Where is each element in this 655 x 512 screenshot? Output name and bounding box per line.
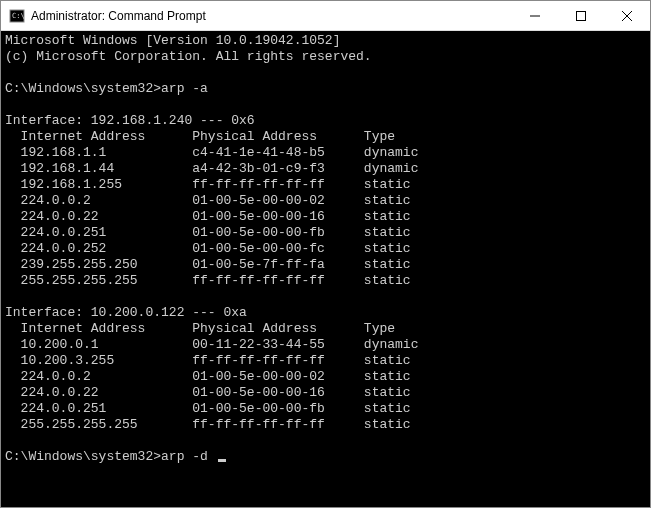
svg-text:C:\: C:\ (12, 12, 25, 20)
cmd-icon: C:\ (9, 8, 25, 24)
terminal-line: 192.168.1.44 a4-42-3b-01-c9-f3 dynamic (5, 161, 646, 177)
terminal-line (5, 289, 646, 305)
window-controls (512, 1, 650, 30)
terminal-line: 10.200.0.1 00-11-22-33-44-55 dynamic (5, 337, 646, 353)
terminal-line: 255.255.255.255 ff-ff-ff-ff-ff-ff static (5, 273, 646, 289)
terminal-line: (c) Microsoft Corporation. All rights re… (5, 49, 646, 65)
terminal-line: 224.0.0.251 01-00-5e-00-00-fb static (5, 225, 646, 241)
terminal-line: Internet Address Physical Address Type (5, 129, 646, 145)
maximize-button[interactable] (558, 1, 604, 30)
terminal-line: Microsoft Windows [Version 10.0.19042.10… (5, 33, 646, 49)
prompt-text: C:\Windows\system32>arp -d (5, 449, 216, 464)
cursor (218, 459, 226, 462)
svg-rect-3 (577, 11, 586, 20)
terminal-line: Interface: 192.168.1.240 --- 0x6 (5, 113, 646, 129)
window-title: Administrator: Command Prompt (31, 9, 512, 23)
terminal-line: 239.255.255.250 01-00-5e-7f-ff-fa static (5, 257, 646, 273)
terminal-line: 224.0.0.252 01-00-5e-00-00-fc static (5, 241, 646, 257)
terminal-line: 10.200.3.255 ff-ff-ff-ff-ff-ff static (5, 353, 646, 369)
terminal-line: 224.0.0.22 01-00-5e-00-00-16 static (5, 385, 646, 401)
terminal-line (5, 97, 646, 113)
terminal-line: 224.0.0.22 01-00-5e-00-00-16 static (5, 209, 646, 225)
terminal-prompt[interactable]: C:\Windows\system32>arp -d (5, 449, 646, 465)
terminal-line: 224.0.0.2 01-00-5e-00-00-02 static (5, 369, 646, 385)
terminal-output[interactable]: Microsoft Windows [Version 10.0.19042.10… (1, 31, 650, 507)
terminal-line: Interface: 10.200.0.122 --- 0xa (5, 305, 646, 321)
terminal-line: C:\Windows\system32>arp -a (5, 81, 646, 97)
minimize-button[interactable] (512, 1, 558, 30)
command-prompt-window: C:\ Administrator: Command Prompt Micros… (0, 0, 651, 508)
terminal-line: 192.168.1.255 ff-ff-ff-ff-ff-ff static (5, 177, 646, 193)
close-button[interactable] (604, 1, 650, 30)
terminal-line: 255.255.255.255 ff-ff-ff-ff-ff-ff static (5, 417, 646, 433)
titlebar[interactable]: C:\ Administrator: Command Prompt (1, 1, 650, 31)
terminal-line: Internet Address Physical Address Type (5, 321, 646, 337)
terminal-line (5, 433, 646, 449)
terminal-line: 224.0.0.2 01-00-5e-00-00-02 static (5, 193, 646, 209)
terminal-line (5, 65, 646, 81)
terminal-line: 192.168.1.1 c4-41-1e-41-48-b5 dynamic (5, 145, 646, 161)
terminal-line: 224.0.0.251 01-00-5e-00-00-fb static (5, 401, 646, 417)
